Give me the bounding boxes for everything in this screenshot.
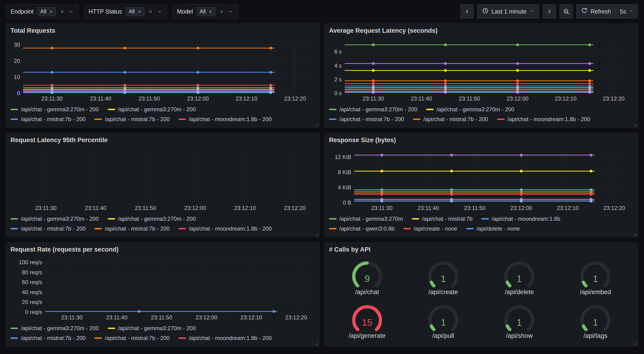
legend-item[interactable]: /api/chat - qwen3:0.6b [329,224,394,234]
legend-item[interactable]: /api/chat - mistral:7b - 200 [94,333,170,343]
series-color-swatch [108,109,115,110]
time-shift-forward-button[interactable] [542,4,556,19]
chevron-down-icon[interactable] [228,9,234,14]
series-point [380,193,383,196]
legend-item[interactable]: /api/chat - gemma3:270m - 200 [10,214,99,224]
legend-item[interactable]: /api/chat - gemma3:270m - 200 [329,105,417,114]
legend-item[interactable]: /api/chat - gemma3:270m - 200 [108,105,196,114]
series-point [270,91,272,94]
series-point [590,154,592,157]
panel-calls-by-api: # Calls by API9/api/chat1/api/create1/ap… [324,242,638,346]
legend-item[interactable]: /api/chat - gemma3:270m - 200 [10,323,99,333]
refresh-group: Refresh 5s [576,4,638,19]
legend-item[interactable]: /api/chat - mistral:7b - 200 [413,114,488,124]
legend-item[interactable]: /api/chat - moondream:1.8b - 200 [178,224,272,234]
y-tick-label: 20 req/s [22,299,42,305]
legend-item[interactable]: /api/chat - mistral:7b - 200 [10,114,86,124]
time-range-picker[interactable]: Last 1 minute [477,4,539,19]
legend-item[interactable]: /api/chat - mistral:7b - 200 [329,114,404,124]
timeseries-chart[interactable]: 23:11:3023:11:4023:11:5023:12:0023:12:10… [329,37,634,103]
grafana-dashboard: EndpointAllHTTP StatusAllModelAll Last 1… [0,0,644,354]
remove-value-icon[interactable] [208,10,212,14]
gauge-label: /api/create [428,288,458,296]
legend-item[interactable]: /api/chat - mistral:7b - 200 [94,114,170,124]
legend-item[interactable]: /api/chat - mistral:7b - 200 [10,224,86,234]
zoom-out-button[interactable] [560,4,573,19]
filter-value-chip[interactable]: All [197,7,216,16]
panel-title[interactable]: Average Request Latency (seconds) [329,27,634,35]
gauge-label: /api/pull [432,332,454,339]
legend-row: /api/chat - gemma3:270m/api/chat - mistr… [329,214,634,224]
panel-total-requests: Total Requests23:11:3023:11:4023:11:5023… [6,23,320,128]
series-color-swatch [10,337,18,339]
timeseries-chart-area: 23:11:3023:11:4023:11:5023:12:0023:12:10… [10,37,315,103]
filter-value-chip[interactable]: All [126,7,145,16]
legend-item[interactable]: /api/chat - gemma3:270m - 200 [426,105,514,114]
legend-item[interactable]: /api/chat - gemma3:270m - 200 [108,323,196,333]
series-point [124,71,126,74]
legend-item[interactable]: /api/create - none [403,224,457,234]
series-color-swatch [94,228,102,229]
series-point [516,44,519,46]
legend-item[interactable]: /api/chat - gemma3:270m [329,214,403,224]
x-tick-label: 23:11:30 [371,205,392,211]
y-tick-label: 0 req/s [25,309,42,315]
series-color-swatch [403,228,411,229]
clear-filter-icon[interactable] [219,9,224,14]
legend-label: /api/chat - gemma3:270m - 200 [436,105,514,114]
legend-item[interactable]: /api/chat - gemma3:270m - 200 [10,105,99,114]
remove-value-icon[interactable] [49,10,53,14]
variable-filter[interactable]: EndpointAll [6,4,78,19]
legend-item[interactable]: /api/chat - mistral:7b - 200 [10,333,86,343]
legend: /api/chat - gemma3:270m - 200/api/chat -… [10,323,315,343]
legend-label: /api/chat - gemma3:270m - 200 [21,105,99,114]
series-point [590,200,592,202]
filter-value-chip[interactable]: All [38,7,56,16]
variable-filter[interactable]: ModelAll [172,4,238,19]
gauge-label: /api/embed [580,288,611,296]
legend-item[interactable]: /api/chat - mistral:7b [412,214,472,224]
legend-item[interactable]: /api/chat - moondream:1.8b - 200 [497,114,590,124]
legend-label: /api/chat - mistral:7b - 200 [21,114,86,124]
series-point [516,82,519,85]
panel-title[interactable]: Request Latency 95th Percentile [10,136,315,144]
timeseries-chart[interactable]: 23:11:3023:11:4023:11:5023:12:0023:12:10… [329,146,634,213]
panel-title[interactable]: Request Rate (requests per second) [10,245,315,254]
series-color-swatch [329,109,336,110]
panel-title[interactable]: # Calls by API [329,245,634,254]
refresh-button[interactable]: Refresh [576,4,616,19]
timeseries-chart-area: 23:11:3023:11:4023:11:5023:12:0023:12:10… [329,37,634,103]
timeseries-chart[interactable]: 23:11:3023:11:4023:11:5023:12:0023:12:10… [10,37,315,103]
gauge-value: 9 [364,273,370,284]
variable-filter[interactable]: HTTP StatusAll [84,4,167,19]
legend-item[interactable]: /api/chat - gemma3:270m - 200 [108,214,196,224]
legend-item[interactable]: /api/chat - moondream:1.8b - 200 [178,114,272,124]
panel-title[interactable]: Total Requests [10,27,315,35]
x-tick-label: 23:12:20 [284,95,306,102]
refresh-interval-picker[interactable]: 5s [616,4,638,19]
series-point [588,91,591,94]
series-point [444,82,447,85]
y-tick-label: 8 KiB [338,169,351,175]
chevron-down-icon[interactable] [157,9,162,14]
y-tick-label: 0 s [334,90,342,96]
timeseries-chart[interactable]: 23:11:3023:11:4023:11:5023:12:0023:12:10… [10,256,315,322]
time-shift-back-button[interactable] [460,4,474,19]
series-point [444,80,447,82]
series-point [444,91,447,94]
chevron-down-icon[interactable] [68,9,74,14]
timeseries-chart[interactable]: 23:11:3023:11:4023:11:5023:12:0023:12:10… [10,146,315,213]
remove-value-icon[interactable] [138,10,141,14]
legend-item[interactable]: /api/chat - mistral:7b - 200 [94,224,170,234]
chevron-left-icon [464,9,470,15]
legend-item[interactable]: /api/chat - moondream:1.8b [481,214,560,224]
gauge: 1/api/delete [481,256,558,299]
series-color-swatch [94,337,102,339]
legend-item[interactable]: /api/chat - moondream:1.8b - 200 [178,333,272,343]
series-point [590,170,592,173]
clear-filter-icon[interactable] [148,9,153,14]
legend-item[interactable]: /api/delete - none [466,224,520,234]
legend-label: /api/chat - mistral:7b - 200 [21,224,86,234]
panel-title[interactable]: Response Size (bytes) [329,136,634,144]
clear-filter-icon[interactable] [60,9,65,14]
